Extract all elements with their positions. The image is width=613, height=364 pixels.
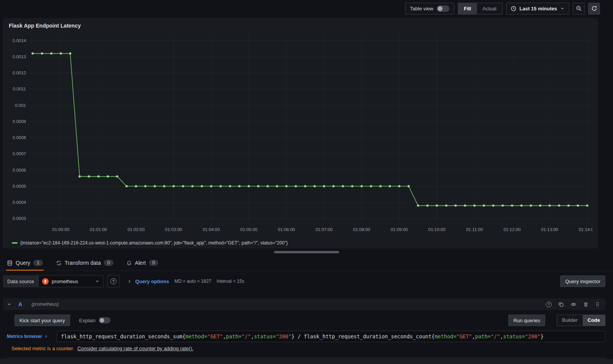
builder-code-group: Builder Code [557,315,605,326]
fill-actual-group: Fill Actual [458,3,503,15]
svg-text:01:13:00: 01:13:00 [541,227,558,232]
svg-text:0.0008: 0.0008 [13,135,26,140]
query-help-icon[interactable]: ? [546,302,552,307]
transform-icon [56,260,62,266]
tab-transform-count: 0 [104,260,113,266]
explain-label: Explain [79,318,96,323]
datasource-select[interactable]: prometheus [38,275,103,287]
fill-button[interactable]: Fill [458,3,477,14]
drag-handle-icon[interactable] [595,302,600,307]
table-view-label: Table view [410,6,433,11]
kick-start-query-button[interactable]: Kick start your query [15,315,70,326]
query-ref-id[interactable]: A [18,301,22,307]
prometheus-icon [42,278,49,285]
panel-resize-handle[interactable] [274,251,339,253]
bottom-edge [0,359,613,364]
svg-text:0.0004: 0.0004 [13,200,26,205]
query-inspector-button[interactable]: Query inspector [560,275,605,287]
query-row-header[interactable]: A (prometheus) ? [3,298,605,310]
explain-toggle[interactable] [99,317,110,323]
chevron-down-icon [7,302,11,307]
query-editor-body: Kick start your query Explain Run querie… [3,315,605,364]
tab-transform-label: Transform data [65,260,101,266]
chevron-down-icon [560,6,565,11]
explain-group: Explain [79,317,111,323]
table-view-toggle[interactable] [437,5,449,12]
datasource-help-button[interactable]: ? [107,275,120,287]
chevron-right-icon [127,279,131,284]
datasource-label: Data source [3,275,38,287]
query-options-label: Query options [135,279,169,284]
builder-mode-button[interactable]: Builder [557,315,582,326]
refresh-button[interactable] [588,3,600,15]
svg-text:01:05:00: 01:05:00 [240,227,257,232]
legend-item[interactable]: {instance="ec2-184-169-216-224.us-west-1… [8,240,593,247]
delete-query-icon[interactable] [583,302,588,307]
svg-text:01:08:00: 01:08:00 [353,227,370,232]
svg-text:01:04:00: 01:04:00 [203,227,220,232]
code-mode-button[interactable]: Code [583,315,605,326]
query-toolbar-row: Kick start your query Explain Run querie… [3,315,605,326]
editor-tabs: Query 1 Transform data 0 Alert 0 [0,255,613,271]
svg-text:01:06:00: 01:06:00 [278,227,295,232]
datasource-value: prometheus [52,279,78,284]
tab-query[interactable]: Query 1 [6,258,44,271]
legend-label: {instance="ec2-184-169-216-224.us-west-1… [20,240,288,246]
tab-transform-data[interactable]: Transform data 0 [55,258,114,271]
metrics-browser-toggle[interactable]: Metrics browser [7,334,57,339]
tab-alert-count: 0 [149,260,159,266]
svg-text:0.0007: 0.0007 [13,151,26,156]
svg-text:01:01:00: 01:01:00 [90,227,107,232]
query-row-actions: ? [546,302,600,307]
svg-text:0.0009: 0.0009 [13,119,26,124]
svg-text:0.0014: 0.0014 [13,38,26,43]
query-options-toggle[interactable]: Query options [127,279,169,284]
chevron-right-icon [44,334,48,338]
time-range-picker[interactable]: Last 15 minutes [506,3,569,15]
promql-expression-input[interactable]: flask_http_request_duration_seconds_sum{… [57,331,605,342]
add-rate-hint-link[interactable]: Consider calculating rate of counter by … [77,346,193,351]
database-icon [7,260,13,266]
toggle-visibility-icon[interactable] [570,302,577,307]
time-range-label: Last 15 minutes [520,6,557,11]
refresh-icon [591,5,597,11]
svg-text:01:02:00: 01:02:00 [128,227,145,232]
clock-icon [511,6,516,11]
chevron-down-icon [95,279,100,284]
counter-warning-text: Selected metric is a counter. [11,346,74,351]
svg-text:0.0011: 0.0011 [13,87,26,92]
actual-button[interactable]: Actual [477,3,502,14]
tab-query-count: 1 [33,260,43,266]
question-circle-icon: ? [110,278,116,284]
svg-text:01:11:00: 01:11:00 [466,227,483,232]
metrics-browser-label: Metrics browser [7,334,42,339]
svg-text:01:09:00: 01:09:00 [391,227,408,232]
svg-text:0.0012: 0.0012 [13,71,26,75]
svg-text:0.0013: 0.0013 [13,54,26,59]
svg-text:01:12:00: 01:12:00 [503,227,521,232]
counter-warning-row: Selected metric is a counter. Consider c… [11,346,605,351]
max-data-points-text: MD = auto = 1827 [174,279,211,284]
svg-text:0.0005: 0.0005 [13,184,26,189]
query-datasource-hint: (prometheus) [31,302,59,307]
table-view-group: Table view [405,3,454,15]
run-queries-button[interactable]: Run queries [508,315,545,326]
promql-editor-row: Metrics browser flask_http_request_durat… [7,331,605,342]
svg-text:01:14:00: 01:14:00 [579,227,593,232]
svg-text:0.001: 0.001 [15,103,26,108]
svg-text:0.0003: 0.0003 [13,216,26,221]
grafana-panel-editor: Table view Fill Actual Last 15 minutes [0,0,613,364]
svg-text:01:03:00: 01:03:00 [165,227,182,232]
bell-icon [126,260,132,266]
legend-swatch [12,242,18,244]
svg-text:01:00:00: 01:00:00 [52,227,69,232]
latency-chart[interactable]: 0.00030.00040.00050.00060.00070.00080.00… [8,30,593,234]
datasource-row: Data source prometheus ? Query options M… [3,275,605,288]
tab-alert[interactable]: Alert 0 [126,258,159,271]
magnifier-minus-icon [576,5,582,11]
duplicate-query-icon[interactable] [558,302,564,307]
zoom-out-button[interactable] [573,3,585,15]
toolbar: Table view Fill Actual Last 15 minutes [0,0,613,17]
latency-panel: Flask App Endpoint Latency 0.00030.00040… [3,18,598,248]
interval-text: Interval = 15s [216,279,244,284]
